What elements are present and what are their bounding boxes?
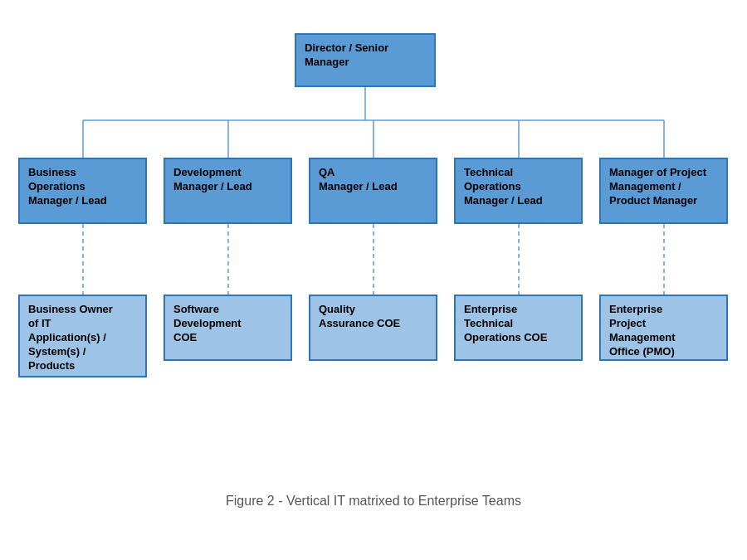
qa-mgr-label: QAManager / Lead [319, 166, 398, 192]
org-chart: Director / Senior Manager BusinessOperat… [0, 0, 747, 481]
proj-mgr-node: Manager of ProjectManagement /Product Ma… [599, 158, 728, 224]
director-label: Director / Senior Manager [305, 41, 388, 68]
pmo-label: EnterpriseProjectManagementOffice (PMO) [609, 303, 675, 358]
proj-mgr-label: Manager of ProjectManagement /Product Ma… [609, 166, 706, 207]
director-node: Director / Senior Manager [295, 33, 436, 87]
tech-ops-node: TechnicalOperationsManager / Lead [454, 158, 583, 224]
tech-ops-label: TechnicalOperationsManager / Lead [464, 166, 543, 207]
pmo-node: EnterpriseProjectManagementOffice (PMO) [599, 295, 728, 361]
figure-caption: Figure 2 - Vertical IT matrixed to Enter… [0, 489, 747, 509]
qa-coe-label: QualityAssurance COE [319, 303, 400, 329]
ent-tech-node: EnterpriseTechnicalOperations COE [454, 295, 583, 361]
qa-mgr-node: QAManager / Lead [309, 158, 437, 224]
biz-ops-node: BusinessOperationsManager / Lead [18, 158, 147, 224]
biz-ops-label: BusinessOperationsManager / Lead [28, 166, 107, 207]
biz-owner-label: Business Ownerof ITApplication(s) /Syste… [28, 303, 113, 372]
qa-coe-node: QualityAssurance COE [309, 295, 437, 361]
biz-owner-node: Business Ownerof ITApplication(s) /Syste… [18, 295, 147, 377]
ent-tech-label: EnterpriseTechnicalOperations COE [464, 303, 547, 343]
sw-dev-label: SoftwareDevelopmentCOE [173, 303, 242, 343]
dev-mgr-label: DevelopmentManager / Lead [173, 166, 252, 192]
dev-mgr-node: DevelopmentManager / Lead [164, 158, 292, 224]
sw-dev-node: SoftwareDevelopmentCOE [164, 295, 292, 361]
